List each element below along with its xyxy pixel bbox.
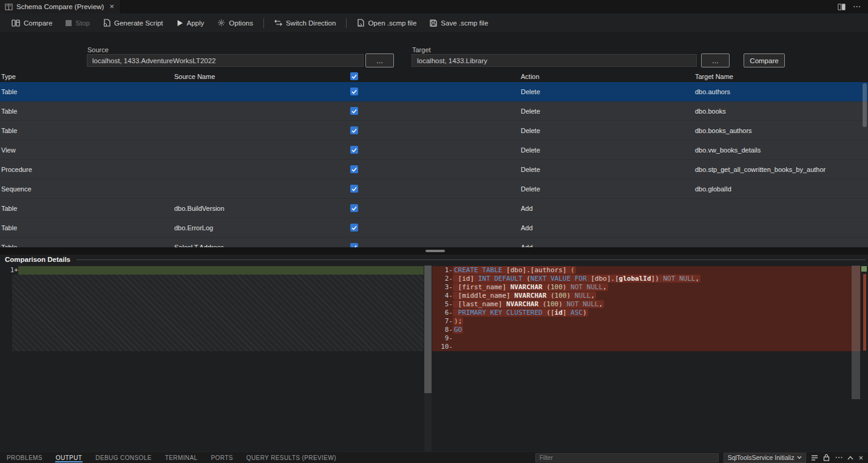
output-filter-input[interactable] (535, 453, 719, 462)
diff-code-line[interactable]: 7-); (432, 317, 861, 326)
column-header-target-name[interactable]: Target Name (695, 71, 733, 82)
table-row[interactable]: TableDeletedbo.books_authors (0, 121, 868, 140)
toolbar-button-label: Save .scmp file (441, 19, 488, 27)
diff-line-number: 9- (432, 334, 453, 343)
panel-tab-ports[interactable]: PORTS (205, 452, 240, 463)
panel-tab-terminal[interactable]: TERMINAL (158, 452, 205, 463)
removed-text-highlight: [first_name] NVARCHAR (100) NOT NULL, (453, 283, 608, 291)
diff-code-line[interactable]: 6- PRIMARY KEY CLUSTERED ([id] ASC) (432, 309, 861, 317)
row-include-checkbox[interactable] (350, 107, 358, 115)
toolbar-button-label: Generate Script (114, 19, 163, 27)
toolbar-button-save-scmp-file[interactable]: Save .scmp file (423, 13, 495, 32)
table-row[interactable]: SequenceDeletedbo.globalId (0, 179, 868, 199)
row-include-checkbox[interactable] (350, 224, 358, 231)
diff-target-pane[interactable]: 1-CREATE TABLE [dbo].[authors] (2- [id] … (432, 266, 868, 452)
cell-type: Table (1, 121, 17, 140)
toolbar-button-open-scmp-file[interactable]: Open .scmp file (350, 13, 423, 32)
editor-tab-bar: Schema Compare (Preview) × ⋯ (0, 0, 868, 13)
split-editor-icon[interactable] (838, 3, 846, 11)
column-header-source-name[interactable]: Source Name (174, 71, 215, 82)
diff-source-pane[interactable]: 1+ (0, 266, 432, 452)
table-row[interactable]: ViewDeletedbo.vw_books_details (0, 140, 868, 160)
output-channel-select[interactable]: SqlToolsService Initializ (724, 453, 807, 463)
comparison-details-section: Comparison Details 1+ 1-CREATE TABLE [db… (0, 255, 868, 452)
panel-tab-query-results-preview-[interactable]: QUERY RESULTS (PREVIEW) (240, 452, 343, 463)
horizontal-sash[interactable] (0, 247, 868, 255)
schema-compare-window: Schema Compare (Preview) × ⋯ CompareStop… (0, 0, 868, 463)
target-input[interactable] (412, 54, 697, 67)
row-include-checkbox[interactable] (350, 165, 358, 173)
row-include-checkbox[interactable] (350, 126, 358, 134)
overview-ruler (861, 266, 868, 452)
right-scrollbar-slider[interactable] (852, 266, 860, 399)
diff-line-number: 5- (432, 300, 453, 309)
more-actions-icon[interactable]: ⋯ (853, 4, 861, 9)
toolbar-button-compare[interactable]: Compare (5, 13, 59, 32)
toolbar-button-apply[interactable]: Apply (170, 13, 211, 32)
tab-close-icon[interactable]: × (109, 3, 114, 10)
table-row[interactable]: Tabledbo.BuildVersionAdd (0, 199, 868, 218)
panel-tab-problems[interactable]: PROBLEMS (0, 452, 49, 463)
row-include-checkbox[interactable] (350, 185, 358, 193)
table-row[interactable]: ProcedureDeletedbo.stp_get_all_cowritten… (0, 160, 868, 179)
row-include-checkbox[interactable] (350, 204, 358, 212)
cell-type: Table (1, 82, 17, 101)
source-browse-button[interactable]: … (365, 53, 394, 67)
panel-tab-output[interactable]: OUTPUT (49, 452, 89, 463)
table-row[interactable]: Tabledbo.ErrorLogAdd (0, 218, 868, 238)
grid-scrollbar[interactable] (863, 83, 867, 247)
select-all-checkbox[interactable] (350, 72, 358, 80)
removed-text-highlight: [middle_name] NVARCHAR (100) NULL, (453, 292, 596, 300)
diff-code-line[interactable]: 2- [id] INT DEFAULT (NEXT VALUE FOR [dbo… (432, 275, 861, 283)
diff-code-line[interactable]: 8-GO (432, 326, 861, 334)
panel-tab-debug-console[interactable]: DEBUG CONSOLE (89, 452, 158, 463)
toolbar-button-label: Options (229, 19, 253, 27)
grid-header: Type Source Name Action Target Name (0, 71, 868, 82)
sash-handle[interactable] (426, 250, 445, 252)
column-header-action[interactable]: Action (521, 71, 540, 82)
cell-source-name: dbo.BuildVersion (174, 199, 225, 218)
overview-inserted-mark (861, 266, 867, 272)
diff-code-line[interactable]: 9- (432, 334, 861, 343)
row-include-checkbox[interactable] (350, 243, 358, 247)
tab-schema-compare[interactable]: Schema Compare (Preview) × (0, 0, 121, 13)
close-panel-icon[interactable]: × (858, 453, 863, 462)
target-browse-button[interactable]: … (701, 53, 730, 67)
chevron-down-icon (797, 456, 802, 459)
diff-code-line[interactable]: 10- (432, 343, 861, 351)
table-row[interactable]: TableDeletedbo.authors (0, 82, 868, 101)
cell-action: Add (521, 199, 533, 218)
diff-editor: 1+ 1-CREATE TABLE [dbo].[authors] (2- [i… (0, 266, 868, 452)
toolbar-separator (263, 18, 264, 28)
cell-action: Add (521, 218, 533, 238)
toolbar-button-options[interactable]: Options (211, 13, 260, 32)
cell-action: Delete (521, 121, 540, 140)
diff-code-line[interactable]: 3- [first_name] NVARCHAR (100) NOT NULL, (432, 283, 861, 292)
cell-target-name: dbo.authors (695, 82, 730, 101)
row-include-checkbox[interactable] (350, 87, 358, 95)
toolbar-button-label: Switch Direction (286, 19, 336, 27)
cell-type: Procedure (1, 160, 32, 179)
maximize-panel-icon[interactable] (847, 456, 853, 460)
left-scrollbar-slider[interactable] (424, 266, 432, 393)
column-header-type[interactable]: Type (1, 71, 16, 82)
more-actions-icon[interactable]: ⋯ (835, 456, 843, 459)
open-output-in-editor-icon[interactable] (811, 454, 818, 461)
compare-button[interactable]: Compare (744, 53, 785, 67)
diff-code-line[interactable]: 5- [last_name] NVARCHAR (100) NOT NULL, (432, 300, 861, 309)
diff-code-line[interactable]: 1-CREATE TABLE [dbo].[authors] ( (432, 266, 861, 275)
toolbar-separator (346, 18, 347, 28)
table-row[interactable]: TableSalesLT.AddressAdd (0, 238, 868, 247)
cell-target-name: dbo.stp_get_all_cowritten_books_by_autho… (695, 160, 826, 179)
table-row[interactable]: TableDeletedbo.books (0, 101, 868, 121)
lock-scroll-icon[interactable] (823, 454, 830, 461)
source-input[interactable] (87, 54, 364, 67)
details-divider (76, 259, 866, 260)
toolbar-button-switch-direction[interactable]: Switch Direction (268, 13, 342, 32)
toolbar-button-label: Apply (187, 19, 205, 27)
row-include-checkbox[interactable] (350, 146, 358, 154)
toolbar-button-generate-script[interactable]: Generate Script (97, 13, 170, 32)
source-label: Source (87, 46, 109, 53)
toolbar-button-stop: Stop (59, 13, 97, 32)
diff-code-line[interactable]: 4- [middle_name] NVARCHAR (100) NULL, (432, 292, 861, 300)
